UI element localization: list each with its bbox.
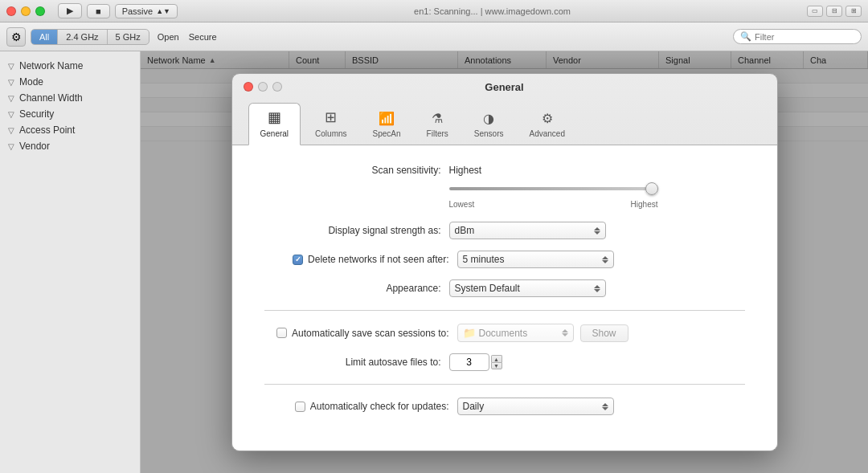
- display-signal-value: dBm: [455, 225, 594, 236]
- filter-tab-5ghz[interactable]: 5 GHz: [108, 30, 149, 44]
- modal-tab-general-label: General: [260, 129, 289, 138]
- slider-row: [449, 181, 745, 197]
- gear-icon: ⚙: [11, 31, 22, 43]
- delete-networks-select[interactable]: 5 minutes: [457, 251, 614, 268]
- delete-networks-checkbox[interactable]: [293, 255, 303, 265]
- stop-button[interactable]: ■: [87, 4, 110, 18]
- limit-autosave-stepper: ▲ ▼: [491, 355, 502, 369]
- maximize-button[interactable]: [35, 6, 45, 16]
- appearance-label: Appearance:: [264, 283, 441, 294]
- appearance-select[interactable]: System Default: [449, 279, 606, 297]
- slider-max-label: Highest: [631, 200, 658, 209]
- passive-label: Passive: [122, 6, 154, 16]
- sidebar-item-channel-width[interactable]: ▽ Channel Width: [0, 90, 140, 106]
- appearance-row: Appearance: System Default: [264, 279, 745, 297]
- delete-networks-label: Delete networks if not seen after:: [308, 254, 448, 265]
- display-signal-row: Display signal strength as: dBm: [264, 222, 745, 239]
- modal-content: Scan sensitivity: Highest Lowest Highest: [232, 145, 777, 451]
- sidebar-label-mode: Mode: [19, 76, 43, 88]
- modal-minimize-button[interactable]: [258, 82, 268, 92]
- filter-tab-2-4ghz[interactable]: 2.4 GHz: [58, 30, 107, 44]
- sidebar: ▽ Network Name ▽ Mode ▽ Channel Width ▽ …: [0, 51, 141, 473]
- passive-control[interactable]: Passive ▲▼: [115, 4, 178, 18]
- filter-tab-open[interactable]: Open: [158, 30, 179, 44]
- limit-autosave-label: Limit autosave files to:: [264, 357, 441, 368]
- modal-tab-advanced[interactable]: ⚙ Advanced: [518, 106, 576, 145]
- sidebar-label-security: Security: [19, 108, 54, 120]
- auto-save-path-select[interactable]: 📁 Documents: [457, 324, 574, 342]
- specan-tab-icon: 📶: [379, 111, 395, 126]
- stepper-up-button[interactable]: ▲: [491, 355, 502, 362]
- sidebar-item-security[interactable]: ▽ Security: [0, 106, 140, 122]
- select-arrow-updates: [602, 403, 608, 410]
- modal-tab-specan[interactable]: 📶 SpecAn: [362, 106, 412, 145]
- modal-tab-sensors[interactable]: ◑ Sensors: [463, 106, 515, 145]
- filter-icon-network: ▽: [8, 62, 14, 71]
- auto-save-label: Automatically save scan sessions to:: [292, 328, 448, 339]
- select-arrow-signal: [594, 227, 600, 234]
- split-pane-button[interactable]: ⊟: [826, 6, 842, 17]
- filters-tab-icon: ⚗: [432, 111, 443, 126]
- search-input[interactable]: [755, 32, 851, 42]
- filter-tab-secure[interactable]: Secure: [189, 30, 217, 44]
- slider-track: [449, 187, 658, 190]
- modal-tab-general[interactable]: ▦ General: [248, 103, 301, 145]
- sidebar-item-vendor[interactable]: ▽ Vendor: [0, 138, 140, 154]
- content-area: Network Name ▲ Count BSSID Annotations V…: [141, 51, 868, 473]
- triple-pane-button[interactable]: ⊞: [845, 6, 862, 17]
- close-button[interactable]: [6, 6, 16, 16]
- auto-save-checkbox[interactable]: [276, 328, 287, 338]
- modal-tab-specan-label: SpecAn: [373, 129, 401, 138]
- appearance-value: System Default: [455, 283, 594, 294]
- sensitivity-slider[interactable]: [449, 181, 658, 197]
- scan-sensitivity-label: Scan sensitivity:: [264, 165, 441, 176]
- columns-tab-icon: ⊞: [325, 108, 337, 126]
- modal-traffic-lights: [244, 82, 282, 92]
- delete-networks-row: Delete networks if not seen after: 5 min…: [264, 251, 745, 268]
- window-buttons: ▭ ⊟ ⊞: [807, 6, 862, 17]
- slider-min-label: Lowest: [449, 200, 475, 209]
- filter-tab-all[interactable]: All: [31, 30, 58, 44]
- general-tab-icon: ▦: [268, 108, 281, 126]
- filter-tabs: All 2.4 GHz 5 GHz: [31, 29, 149, 45]
- sidebar-item-network-name[interactable]: ▽ Network Name: [0, 58, 140, 74]
- stepper-down-button[interactable]: ▼: [491, 362, 502, 369]
- modal-maximize-button[interactable]: [272, 82, 282, 92]
- display-signal-select[interactable]: dBm: [449, 222, 606, 239]
- search-box: 🔍: [733, 29, 862, 44]
- modal-tabs: ▦ General ⊞ Columns 📶 SpecAn ⚗ Filters: [232, 96, 777, 145]
- scan-info: en1: Scanning... | www.imagedown.com: [184, 6, 800, 16]
- filter-icon-access-point: ▽: [8, 126, 14, 135]
- modal-close-button[interactable]: [244, 82, 253, 92]
- auto-updates-value: Daily: [463, 401, 602, 412]
- advanced-tab-icon: ⚙: [542, 111, 553, 126]
- delete-networks-value: 5 minutes: [463, 254, 602, 265]
- modal-tab-filters[interactable]: ⚗ Filters: [416, 106, 460, 145]
- auto-updates-checkbox[interactable]: [295, 402, 305, 412]
- sidebar-item-access-point[interactable]: ▽ Access Point: [0, 122, 140, 138]
- select-arrow-appearance: [594, 285, 600, 292]
- open-secure-tabs: Open Secure: [158, 30, 217, 44]
- gear-button[interactable]: ⚙: [6, 27, 26, 47]
- titlebar-controls: ▶ ■ Passive ▲▼: [58, 3, 178, 18]
- limit-autosave-input[interactable]: 3: [449, 353, 489, 371]
- main-area: ▽ Network Name ▽ Mode ▽ Channel Width ▽ …: [0, 51, 868, 473]
- modal-tab-columns[interactable]: ⊞ Columns: [304, 104, 358, 145]
- limit-autosave-row: Limit autosave files to: 3 ▲ ▼: [264, 353, 745, 371]
- auto-updates-select[interactable]: Daily: [457, 398, 614, 415]
- select-arrow-delete: [602, 256, 608, 263]
- modal-overlay: General ▦ General ⊞ Columns 📶 SpecAn: [141, 51, 868, 473]
- titlebar: ▶ ■ Passive ▲▼ en1: Scanning... | www.im…: [0, 0, 868, 22]
- sidebar-label-access-point: Access Point: [19, 124, 75, 136]
- display-signal-control: dBm: [449, 222, 626, 239]
- toolbar: ⚙ All 2.4 GHz 5 GHz Open Secure 🔍: [0, 22, 868, 51]
- show-button[interactable]: Show: [580, 324, 628, 342]
- single-pane-button[interactable]: ▭: [807, 6, 823, 17]
- play-button[interactable]: ▶: [58, 3, 82, 18]
- folder-icon: 📁: [463, 327, 476, 339]
- auto-updates-row: Automatically check for updates: Daily: [264, 398, 745, 415]
- minimize-button[interactable]: [21, 6, 31, 16]
- sidebar-item-mode[interactable]: ▽ Mode: [0, 74, 140, 90]
- slider-thumb[interactable]: [645, 182, 658, 195]
- auto-save-row: Automatically save scan sessions to: 📁 D…: [264, 324, 745, 342]
